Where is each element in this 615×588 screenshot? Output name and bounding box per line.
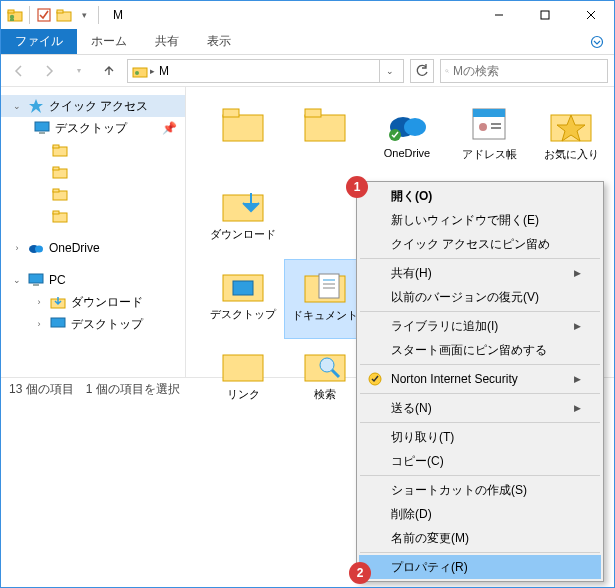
menu-label: クイック アクセスにピン留め bbox=[391, 236, 550, 253]
close-button[interactable] bbox=[568, 1, 614, 29]
file-item-favorites[interactable]: お気に入り bbox=[530, 99, 612, 179]
svg-rect-8 bbox=[541, 11, 549, 19]
menu-label: ライブラリに追加(I) bbox=[391, 318, 498, 335]
tab-share[interactable]: 共有 bbox=[141, 29, 193, 54]
menu-separator bbox=[360, 422, 600, 423]
back-button[interactable] bbox=[7, 59, 31, 83]
desktop-icon bbox=[219, 263, 267, 305]
menu-separator bbox=[360, 393, 600, 394]
file-item-documents[interactable]: ドキュメント bbox=[284, 259, 366, 339]
folder-icon bbox=[51, 208, 69, 224]
sidebar-item-downloads[interactable]: › ダウンロード bbox=[1, 291, 185, 313]
svg-rect-26 bbox=[53, 211, 59, 214]
folder-icon bbox=[51, 164, 69, 180]
address-bar: ▾ ▸ M ⌄ bbox=[1, 55, 614, 87]
sidebar-item-folder[interactable] bbox=[1, 205, 185, 227]
tab-view[interactable]: 表示 bbox=[193, 29, 245, 54]
svg-rect-51 bbox=[319, 274, 339, 298]
onedrive-icon bbox=[27, 240, 45, 256]
sidebar-item-folder[interactable] bbox=[1, 139, 185, 161]
sidebar-label: デスクトップ bbox=[55, 120, 127, 137]
menu-label: 削除(D) bbox=[391, 506, 432, 523]
search-input[interactable] bbox=[453, 64, 603, 78]
menu-label: 切り取り(T) bbox=[391, 429, 454, 446]
file-item-contacts[interactable]: アドレス帳 bbox=[448, 99, 530, 179]
forward-button[interactable] bbox=[37, 59, 61, 83]
maximize-button[interactable] bbox=[522, 1, 568, 29]
menu-separator bbox=[360, 475, 600, 476]
up-button[interactable] bbox=[97, 59, 121, 83]
quick-access-icon bbox=[27, 98, 45, 114]
svg-point-14 bbox=[446, 69, 448, 71]
menu-rename[interactable]: 名前の変更(M) bbox=[359, 526, 601, 550]
recent-dropdown[interactable]: ▾ bbox=[67, 59, 91, 83]
file-item-folder[interactable] bbox=[284, 99, 366, 179]
menu-include-library[interactable]: ライブラリに追加(I)▶ bbox=[359, 314, 601, 338]
menu-copy[interactable]: コピー(C) bbox=[359, 449, 601, 473]
folder-icon bbox=[219, 103, 267, 145]
sidebar-item-onedrive[interactable]: › OneDrive bbox=[1, 237, 185, 259]
svg-rect-17 bbox=[35, 122, 49, 131]
window-title: M bbox=[113, 8, 123, 22]
qat-dropdown-icon[interactable]: ▾ bbox=[76, 7, 92, 23]
expander-icon[interactable]: ⌄ bbox=[11, 101, 23, 111]
menu-pin-quick-access[interactable]: クイック アクセスにピン留め bbox=[359, 232, 601, 256]
svg-rect-34 bbox=[223, 109, 239, 117]
titlebar: ▾ M bbox=[1, 1, 614, 29]
address-dropdown-icon[interactable]: ⌄ bbox=[379, 60, 399, 82]
svg-rect-41 bbox=[473, 109, 505, 117]
svg-rect-3 bbox=[10, 19, 14, 21]
menu-separator bbox=[360, 311, 600, 312]
menu-cut[interactable]: 切り取り(T) bbox=[359, 425, 601, 449]
svg-rect-33 bbox=[223, 115, 263, 141]
tab-home[interactable]: ホーム bbox=[77, 29, 141, 54]
tab-file[interactable]: ファイル bbox=[1, 29, 77, 54]
file-item-downloads[interactable]: ダウンロード bbox=[202, 179, 284, 259]
file-item-searches[interactable]: 検索 bbox=[284, 339, 366, 419]
sidebar-item-folder[interactable] bbox=[1, 183, 185, 205]
sidebar-item-desktop[interactable]: デスクトップ 📌 bbox=[1, 117, 185, 139]
norton-icon bbox=[367, 371, 383, 387]
menu-send-to[interactable]: 送る(N)▶ bbox=[359, 396, 601, 420]
sidebar-item-quick-access[interactable]: ⌄ クイック アクセス bbox=[1, 95, 185, 117]
sidebar-item-folder[interactable] bbox=[1, 161, 185, 183]
address-field[interactable]: ▸ M ⌄ bbox=[127, 59, 404, 83]
menu-create-shortcut[interactable]: ショートカットの作成(S) bbox=[359, 478, 601, 502]
menu-restore-versions[interactable]: 以前のバージョンの復元(V) bbox=[359, 285, 601, 309]
menu-norton[interactable]: Norton Internet Security▶ bbox=[359, 367, 601, 391]
ribbon-expand-icon[interactable] bbox=[580, 29, 614, 54]
menu-delete[interactable]: 削除(D) bbox=[359, 502, 601, 526]
search-field[interactable] bbox=[440, 59, 608, 83]
menu-open-new-window[interactable]: 新しいウィンドウで開く(E) bbox=[359, 208, 601, 232]
minimize-button[interactable] bbox=[476, 1, 522, 29]
svg-rect-22 bbox=[53, 167, 59, 170]
searches-icon bbox=[301, 343, 349, 385]
downloads-icon bbox=[219, 183, 267, 225]
file-label: リンク bbox=[227, 387, 260, 402]
breadcrumb-folder[interactable]: M bbox=[159, 64, 169, 78]
file-item-folder[interactable] bbox=[202, 99, 284, 179]
contacts-icon bbox=[465, 103, 513, 145]
sidebar-item-pc[interactable]: ⌄ PC bbox=[1, 269, 185, 291]
file-item-onedrive[interactable]: OneDrive bbox=[366, 99, 448, 179]
expander-icon[interactable]: › bbox=[33, 319, 45, 329]
new-folder-qat-icon[interactable] bbox=[56, 7, 72, 23]
annotation-badge-1: 1 bbox=[346, 176, 368, 198]
breadcrumb-user-icon[interactable]: ▸ bbox=[132, 63, 155, 79]
expander-icon[interactable]: › bbox=[33, 297, 45, 307]
file-item-desktop[interactable]: デスクトップ bbox=[202, 259, 284, 339]
menu-properties[interactable]: プロパティ(R) bbox=[359, 555, 601, 579]
sidebar-item-desktop2[interactable]: › デスクトップ bbox=[1, 313, 185, 335]
menu-share[interactable]: 共有(H)▶ bbox=[359, 261, 601, 285]
svg-point-13 bbox=[135, 71, 139, 75]
svg-rect-35 bbox=[305, 115, 345, 141]
refresh-button[interactable] bbox=[410, 59, 434, 83]
file-item-links[interactable]: リンク bbox=[202, 339, 284, 419]
file-label: OneDrive bbox=[384, 147, 430, 159]
menu-pin-start[interactable]: スタート画面にピン留めする bbox=[359, 338, 601, 362]
expander-icon[interactable]: ⌄ bbox=[11, 275, 23, 285]
expander-icon[interactable]: › bbox=[11, 243, 23, 253]
menu-open[interactable]: 開く(O) bbox=[359, 184, 601, 208]
properties-qat-icon[interactable] bbox=[36, 7, 52, 23]
svg-rect-30 bbox=[33, 284, 39, 286]
